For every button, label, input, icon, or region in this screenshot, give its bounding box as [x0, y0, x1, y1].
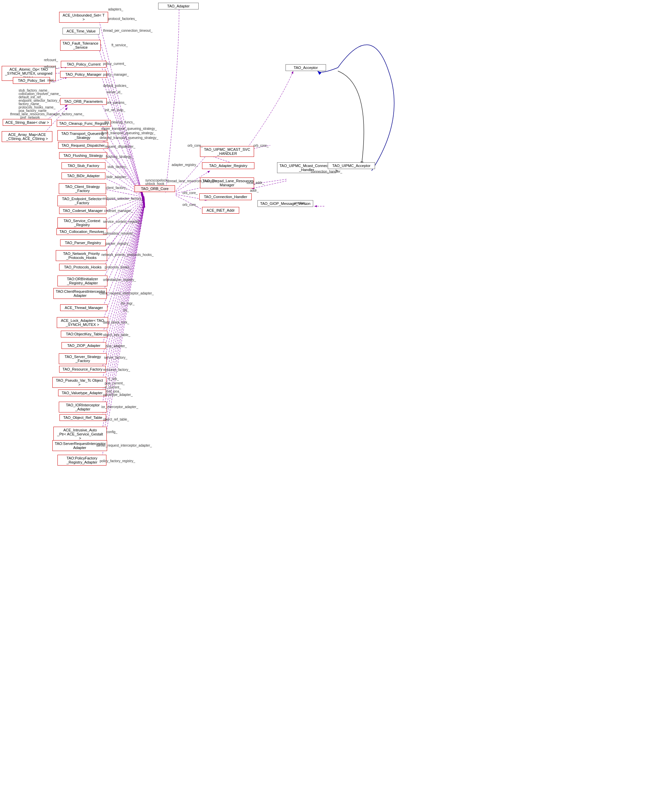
rt-current-label: rt_current_: [105, 386, 121, 389]
stub-factory-label2: stub_factory_: [108, 165, 128, 169]
tao-policy-current-node: TAO_Policy_Current: [61, 61, 106, 68]
tao-pseudo-var-tc-object-node: TAO_Pseudo_Var_Tc Object >: [52, 377, 106, 388]
tao-objectkey-table-node: TAO:ObjectKey_Table: [61, 331, 108, 337]
adapters-label: adapters_: [108, 7, 123, 11]
ior-interceptor-label: ior_interceptor_adapter_: [101, 405, 138, 409]
request-dispatcher-label: request_dispatcher_: [105, 145, 135, 149]
object-ref-table-label: object_ref_table_: [103, 418, 129, 421]
policy-manager-label: policy_manager_: [103, 73, 129, 77]
tao-cleanup-func-registry-node: TAO_Cleanup_Func_Registry: [57, 120, 111, 127]
tao-adapter-registry-node: TAO_Adapter_Registry: [202, 162, 254, 169]
tao-policyfactory-registry-adapter-node: TAO:PolicyFactory_Registry_Adapter: [57, 455, 106, 466]
object-key-table-label: object_key_table_: [103, 333, 130, 337]
tao-codeset-manager-node: TAO_Codeset_Manager: [59, 207, 106, 214]
addr-label: addr_: [250, 189, 259, 192]
data-block-lock-label: data_block_lock_: [103, 320, 129, 324]
orb-core-uipmc-label: orb_core_: [253, 144, 269, 147]
endpoint-selector-factory-label: endpoint_selector_factory_: [103, 197, 143, 201]
orb-core2-label: orb_core_: [183, 191, 197, 195]
tao-policy-manager-node: TAO_Policy_Manager: [60, 71, 107, 78]
resource-factory-label: resource_factory_: [103, 368, 130, 372]
impl-label: impl_: [47, 78, 55, 82]
ace-thread-manager-node: ACE_Thread_Manager: [60, 304, 108, 311]
client-request-interceptor-label: client_request_interceptor_adapter_: [99, 291, 154, 295]
flushing-strategy-label: flushing_strategy_: [106, 155, 133, 159]
tao-fault-tolerance-service-node: TAO_Fault_Tolerance_Service: [60, 40, 101, 51]
bidir-adapter-label: bidir_adapter_: [106, 175, 128, 179]
tao-flushing-strategy-node: TAO_Flushing_Strategy: [59, 152, 107, 159]
ace-unbounded-set-node: ACE_Unbounded_Set< T >: [59, 12, 108, 23]
tao-uipmc-mcast-svc-handler-node: TAO_UIPMC_MCAST_SVC_HANDLER: [200, 146, 254, 157]
tao-endpoint-selector-factory-node: TAO_Endpoint_Selector_Factory: [57, 195, 106, 206]
tao-orb-parameters-node: TAO_ORB_Parameters: [60, 98, 107, 105]
rt-orb-label: rt_orb_: [108, 377, 119, 381]
tao-resource-factory-node: TAO_Resource_Factory: [59, 366, 106, 373]
thread-lane-resources-label: thread_lane_resources_manager_: [167, 179, 219, 183]
tao-ziop-adapter-node: TAO_ZIOP_Adapter: [62, 342, 106, 349]
orbinitializer-registry-label: orbinitializer_registry_: [103, 278, 136, 282]
eager-transport-label: eager_transport_queueing_strategy_: [101, 127, 157, 131]
collocation-resolver-label: collocation_resolver_: [103, 232, 135, 235]
thread-per-connection-label: thread_per_connection_timeout_: [103, 29, 152, 33]
diagram-container: TAO_Adapter ACE_Unbounded_Set< T > ACE_T…: [0, 0, 672, 804]
connection-handler-label: connection_handler_: [311, 170, 342, 173]
config-label: config_: [106, 430, 117, 434]
tao-request-dispatcher-node: TAO_Request_Dispatcher: [58, 142, 108, 149]
tao-adapter-node: TAO_Adapter: [158, 3, 199, 10]
tao-iorinterceptor-adapter-node: TAO_IORInterceptor_Adapter: [59, 402, 107, 412]
server-request-interceptor-label: server_request_interceptor_adapter_: [96, 444, 152, 447]
tao-orb-core-node: TAO_ORB_Core: [134, 185, 175, 192]
adapter-registry-label: adapter_registry_: [171, 163, 198, 167]
tao-parser-registry-node: TAO_Parser_Registry: [60, 239, 106, 246]
tao-service-context-registry-node: TAO_Service_Context_Registry: [57, 217, 106, 228]
tao-uipmc-acceptor-node: TAO_UIPMC_Acceptor: [328, 162, 375, 169]
parser-registry-label: parser_registry_: [106, 242, 130, 245]
ace-array-map-node: ACE_Array_Map<ACE_CString, ACE_CString >: [2, 131, 52, 142]
delayed-transport-label: delayed_transport_queueing_strategy_: [99, 136, 158, 140]
server-factory-label: server_factory_: [104, 356, 127, 360]
orb-core3-label: orb_core_: [183, 203, 197, 207]
tao-client-strategy-factory-node: TAO_Client_Strategy_Factory: [59, 183, 106, 194]
tao-policy-set-node: TAO_Policy_Set: [13, 77, 50, 84]
tao-stub-factory-node: TAO_Stub_Factory: [62, 162, 105, 169]
tao-connection-handler-node: TAO_Connection_Handler: [199, 193, 252, 200]
client-factory-label: client_factory_: [106, 186, 127, 190]
version-label: version_: [294, 201, 307, 205]
tao-network-priority-protocols-hooks-node: TAO_Network_Priority_Protocols_Hooks: [56, 250, 107, 261]
unlock-hook-label: unlock_hook_: [145, 182, 166, 186]
ziop-adapter-label: ziop_adapter_: [105, 344, 127, 348]
codeset-manager-label: codeset_manager_: [104, 209, 133, 212]
ace-inet-addr-node: ACE_INET_Addr: [202, 207, 239, 214]
ace-intrusive-auto-ptr-node: ACE_Intrusive_Auto_Ptr< ACE_Service_Gest…: [53, 427, 107, 441]
refcount1-label: refcount_: [44, 58, 58, 62]
protocol-factories-label: protocol_factories_: [108, 17, 137, 21]
server-id-label: server_id_: [106, 90, 122, 94]
thr-mgr-label: thr_mgr_: [121, 302, 134, 305]
tao-bidir-adapter-node: TAO_BiDir_Adapter: [62, 172, 105, 179]
network-priority-label: network_priority_protocols_hooks_: [101, 253, 154, 257]
sync-scope-label: syncscopelock_: [145, 178, 169, 182]
tao-protocols-hooks-node: TAO_Protocols_Hooks: [59, 264, 106, 270]
flush-transport-label: flush_transport_queueing_strategy_: [101, 131, 155, 135]
service-context-registry-label: service_context_registry_: [103, 220, 141, 224]
tm-label: tm_: [123, 308, 129, 312]
refcount2-label: refcount_: [44, 65, 58, 69]
tao-server-strategy-factory-node: TAO_Server_Strategy_Factory: [59, 353, 107, 364]
tss-cleanup-label: tss_cleanup_funcs_: [105, 120, 134, 124]
ft-service-label: ft_service_: [111, 43, 128, 47]
default-policies-label: default_policies_: [103, 84, 128, 88]
tao-orbinitializer-registry-adapter-node: TAO:ORBInitializer_Registry_Adapter: [57, 276, 108, 286]
policy-factory-registry-label: policy_factory_registry_: [99, 459, 135, 463]
valuetype-adapter-label: valuetype_adapter_: [103, 393, 133, 397]
policy-current-label: policy_current_: [103, 62, 126, 65]
tao-object-ref-table-node: TAO_Object_Ref_Table: [59, 414, 106, 421]
tao-clientrequest-interceptor-adapter-node: TAO:ClientRequestInterceptorAdapter: [53, 288, 107, 299]
tao-collocation-resolver-node: TAO_Collocation_Resolver: [56, 228, 107, 235]
orb-params-label: orb_params_: [106, 101, 126, 105]
local-addr-label: local_addr_: [246, 181, 264, 185]
ace-string-base-node: ACE_String_Base< char >: [3, 119, 52, 126]
tao-valuetype-adapter-node: TAO_Valuetype_Adapter: [58, 389, 106, 396]
ace-time-value-node: ACE_Time_Value: [62, 28, 99, 34]
protocols-hooks-label2: protocols_hooks_: [105, 265, 131, 269]
tao-acceptor-node: TAO_Acceptor: [285, 64, 326, 71]
